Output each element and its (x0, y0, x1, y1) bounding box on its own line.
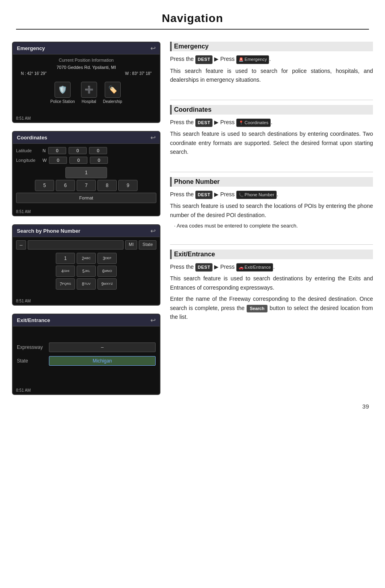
phone-number-field[interactable] (28, 240, 124, 250)
phone-arrow: ▶ (214, 191, 220, 197)
numpad-row-0: 1 (16, 167, 156, 178)
emergency-press-prefix: Press the (170, 56, 194, 62)
coordinates-press-prefix: Press the (170, 119, 194, 125)
poi-hospital[interactable]: ➕ Hospital (81, 82, 97, 104)
coordinates-screen: Coordinates ↩ Latitude N 0 0 0 Longitude… (12, 131, 160, 216)
exit-press-suffix: Press (220, 264, 235, 270)
lat-input-2[interactable]: 0 (69, 147, 87, 154)
phone-numpad-1[interactable]: 1 (56, 253, 75, 264)
emergency-press-text: Press the DEST ▶ Press 🚨 Emergency . (170, 54, 373, 64)
exit-press-prefix: Press the (170, 264, 194, 270)
emergency-heading: Emergency (170, 42, 373, 51)
format-button[interactable]: Format (16, 193, 156, 203)
numpad-9[interactable]: 9 (118, 180, 138, 191)
phone-menu-badge: 📞 Phone Number (236, 191, 277, 199)
phone-numpad-6[interactable]: 6MNO (97, 266, 117, 277)
hospital-label: Hospital (82, 99, 96, 104)
phone-menu-label: Phone Number (245, 191, 274, 199)
phone-numpad-4[interactable]: 4GHI (56, 266, 75, 277)
phone-numpad-row-2: 4GHI 5JKL 6MNO (16, 266, 156, 277)
divider-3 (170, 244, 373, 245)
emergency-menu-icon: 🚨 (239, 56, 243, 63)
back-icon-emergency[interactable]: ↩ (150, 44, 156, 52)
current-position-label: Current Position Information (59, 58, 114, 62)
police-icon: 🛡️ (55, 82, 71, 98)
poi-dealership[interactable]: 🏷️ Dealership (103, 82, 122, 104)
lng-input-2[interactable]: 0 (69, 157, 87, 164)
page-title: Navigation (0, 0, 385, 29)
phone-bullet: Area codes must be entered to complete t… (174, 222, 373, 230)
lat-input-3[interactable]: 0 (89, 147, 107, 154)
screen-title-exit: Exit/Entrance (17, 317, 50, 323)
section-exit-entrance: Exit/Entrance Press the DEST ▶ Press 🚗 E… (170, 250, 373, 324)
dealership-icon: 🏷️ (105, 82, 121, 98)
coord-west: W : 83° 37' 18" (125, 71, 152, 76)
screen-header-phone: Search by Phone Number ↩ (13, 225, 160, 237)
phone-description: This search feature is used to search th… (170, 201, 373, 219)
exit-menu-label: Exit/Entrance (245, 264, 271, 271)
numpad-5[interactable]: 5 (35, 180, 54, 191)
longitude-row: Longitude W 0 0 0 (16, 157, 156, 164)
state-value[interactable]: Michigan (49, 356, 156, 366)
emergency-dest-key: DEST (195, 55, 213, 64)
address-line: 7070 Geddes Rd. Ypsilanti, MI (57, 65, 116, 70)
numpad-6[interactable]: 6 (56, 180, 75, 191)
phone-numpad-row-3: 7PQRS 8TUV 9WXYZ (16, 278, 156, 290)
exit-description-2: Enter the name of the Freeway correspond… (170, 294, 373, 321)
back-icon-exit[interactable]: ↩ (150, 316, 156, 324)
phone-input-row: – MI State (16, 240, 156, 250)
phone-numpad-8[interactable]: 8TUV (77, 278, 96, 290)
exit-dest-key: DEST (195, 263, 213, 272)
emergency-screen: Emergency ↩ Current Position Information… (12, 42, 160, 123)
phone-state-label: State (139, 240, 156, 250)
expressway-value[interactable]: – (49, 342, 156, 352)
state-label: State (17, 358, 45, 364)
lat-dir: N (43, 148, 46, 153)
expressway-row: Expressway – (17, 342, 156, 352)
section-emergency: Emergency Press the DEST ▶ Press 🚨 Emerg… (170, 42, 373, 87)
coordinates-press-suffix: Press (220, 119, 235, 125)
lng-dir: W (43, 158, 47, 163)
numpad-7[interactable]: 7 (77, 180, 96, 191)
phone-press-prefix: Press the (170, 191, 194, 197)
poi-police[interactable]: 🛡️ Police Station (51, 82, 75, 104)
police-label: Police Station (51, 99, 75, 104)
right-column: Emergency Press the DEST ▶ Press 🚨 Emerg… (170, 42, 373, 395)
phone-screen: Search by Phone Number ↩ – MI State 1 2A… (12, 224, 160, 306)
exit-press-text: Press the DEST ▶ Press 🚗 Exit/Entrance . (170, 262, 373, 272)
phone-numpad-7[interactable]: 7PQRS (56, 278, 75, 290)
back-icon-coordinates[interactable]: ↩ (150, 134, 156, 141)
lng-input-1[interactable]: 0 (49, 157, 67, 164)
screen-header-coordinates: Coordinates ↩ (13, 132, 160, 144)
divider-2 (170, 172, 373, 172)
lng-label: Longitude (16, 158, 40, 163)
exit-description-1: This search feature is used to search de… (170, 274, 373, 292)
screen-title-emergency: Emergency (17, 45, 45, 51)
coord-numpad: 1 5 6 7 8 9 Format (16, 167, 156, 203)
phone-menu-icon: 📞 (239, 192, 243, 198)
title-divider (16, 29, 369, 30)
numpad-1[interactable]: 1 (65, 167, 107, 178)
screen-body-phone: – MI State 1 2ABC 3DEF 4GHI 5JKL 6MNO (13, 237, 160, 297)
phone-press-suffix: Press (220, 191, 235, 197)
emergency-menu-badge: 🚨 Emergency (236, 55, 270, 64)
back-icon-phone[interactable]: ↩ (150, 227, 156, 235)
phone-dest-key: DEST (195, 191, 213, 199)
lat-input-1[interactable]: 0 (48, 147, 66, 154)
coordinates-press-text: Press the DEST ▶ Press 📍 Coordinates . (170, 118, 373, 127)
screen-body-exit: Expressway – State Michigan (13, 326, 160, 387)
phone-numpad-2[interactable]: 2ABC (77, 253, 96, 264)
phone-numpad-9[interactable]: 9WXYZ (97, 278, 117, 290)
screen-header-emergency: Emergency ↩ (13, 42, 160, 54)
phone-numpad: 1 2ABC 3DEF 4GHI 5JKL 6MNO 7PQRS 8TUV 9W… (16, 253, 156, 290)
expressway-label: Expressway (17, 344, 45, 350)
screen-time-coordinates: 8:51 AM (13, 208, 160, 215)
lng-input-3[interactable]: 0 (90, 157, 108, 164)
latitude-row: Latitude N 0 0 0 (16, 147, 156, 154)
phone-numpad-row-1: 1 2ABC 3DEF (16, 253, 156, 264)
divider-1 (170, 100, 373, 100)
numpad-8[interactable]: 8 (97, 180, 117, 191)
phone-heading: Phone Number (170, 177, 373, 187)
phone-numpad-3[interactable]: 3DEF (97, 253, 117, 264)
phone-numpad-5[interactable]: 5JKL (77, 266, 96, 277)
